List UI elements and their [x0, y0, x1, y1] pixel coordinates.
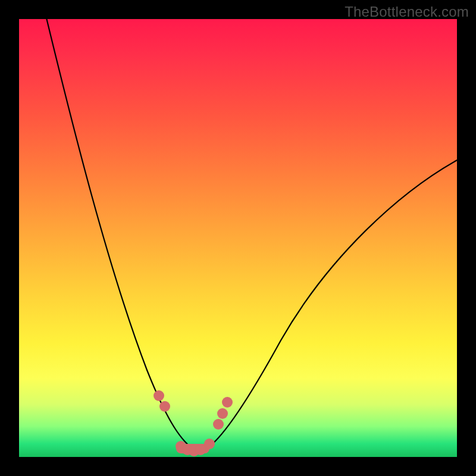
marker-dot — [159, 401, 170, 412]
bottleneck-curve — [45, 13, 459, 451]
marker-dot — [222, 397, 233, 408]
curve-layer — [19, 19, 457, 457]
marker-dot — [204, 439, 215, 449]
watermark-text: TheBottleneck.com — [345, 4, 469, 20]
marker-dot — [217, 408, 228, 419]
marker-dot — [213, 419, 224, 430]
chart-frame: TheBottleneck.com — [0, 0, 476, 476]
marker-dot — [195, 444, 206, 455]
marker-dot — [154, 390, 164, 401]
plot-area — [19, 19, 457, 457]
